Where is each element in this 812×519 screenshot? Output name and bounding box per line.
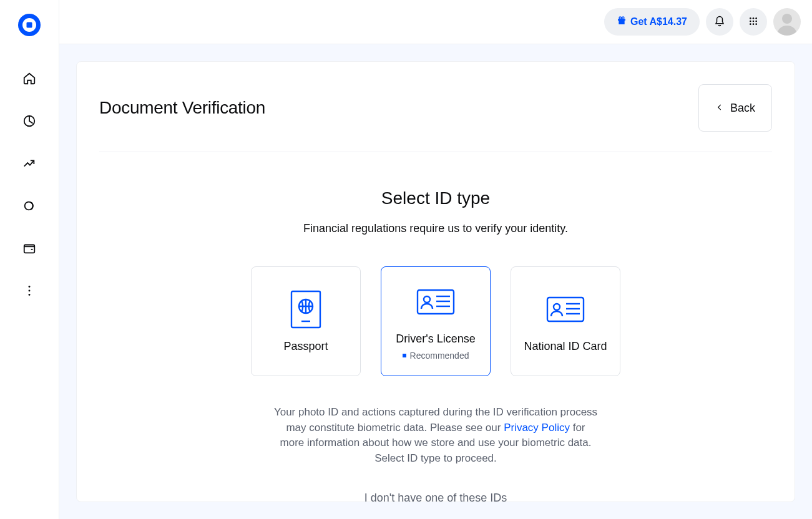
id-card-icon [546, 290, 585, 329]
svg-point-12 [619, 17, 621, 19]
id-option-label: National ID Card [524, 340, 607, 353]
svg-point-22 [755, 23, 757, 25]
id-option-national-id[interactable]: National ID Card [511, 266, 620, 376]
sidebar [0, 0, 59, 519]
grid-icon [748, 16, 758, 28]
nav-home[interactable] [14, 64, 44, 94]
brand-logo[interactable] [18, 14, 41, 36]
svg-point-13 [622, 17, 624, 19]
id-option-passport[interactable]: Passport [251, 266, 361, 376]
svg-point-21 [753, 23, 755, 25]
id-option-label: Driver's License [396, 332, 475, 346]
nav-trending[interactable] [14, 148, 44, 178]
section-subtitle: Financial regulations require us to veri… [205, 222, 667, 235]
nav-more[interactable] [14, 276, 44, 306]
section-title: Select ID type [205, 188, 667, 208]
svg-point-15 [753, 17, 755, 19]
gift-icon [617, 16, 627, 28]
apps-button[interactable] [740, 8, 767, 36]
svg-point-18 [753, 20, 755, 22]
svg-point-20 [750, 23, 751, 25]
passport-icon [290, 290, 321, 329]
nav-wallet[interactable] [14, 233, 44, 263]
id-option-drivers-license[interactable]: Driver's License Recommended [381, 266, 491, 376]
svg-point-7 [29, 290, 31, 292]
fine-print: Your photo ID and actions captured durin… [273, 405, 598, 467]
svg-point-23 [782, 14, 792, 24]
recommended-badge: Recommended [403, 351, 469, 361]
svg-point-14 [750, 17, 751, 19]
svg-point-17 [750, 20, 751, 22]
recommended-label: Recommended [410, 351, 469, 361]
promo-label: Get A$14.37 [630, 16, 687, 27]
avatar[interactable] [773, 8, 801, 36]
bell-icon [714, 16, 725, 29]
id-option-label: Passport [283, 340, 328, 353]
svg-point-16 [755, 17, 757, 19]
no-id-link[interactable]: I don't have one of these IDs [205, 492, 667, 502]
back-button[interactable]: Back [698, 84, 772, 132]
back-label: Back [730, 102, 755, 115]
svg-point-6 [29, 286, 31, 288]
notifications-button[interactable] [706, 8, 733, 36]
nav-token[interactable] [14, 191, 44, 221]
page-title: Document Verification [99, 98, 265, 118]
privacy-policy-link[interactable]: Privacy Policy [504, 422, 570, 434]
svg-point-28 [424, 296, 430, 303]
svg-point-33 [554, 304, 560, 310]
topbar: Get A$14.37 [59, 0, 812, 44]
svg-point-19 [755, 20, 757, 22]
promo-button[interactable]: Get A$14.37 [604, 8, 700, 36]
svg-rect-2 [27, 22, 32, 28]
dot-icon [403, 354, 406, 357]
license-icon [416, 283, 455, 321]
nav-chart[interactable] [14, 106, 44, 136]
id-options-row: Passport Driver's License Recommended [205, 266, 667, 376]
svg-point-8 [29, 294, 31, 296]
chevron-left-icon [715, 102, 724, 115]
verification-card: Document Verification Back Select ID typ… [76, 61, 795, 502]
